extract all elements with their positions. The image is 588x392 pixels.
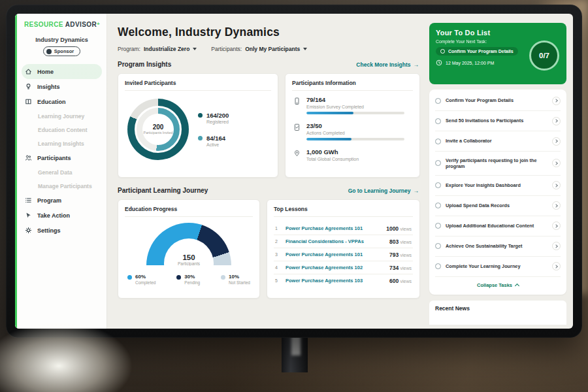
lesson-views: 600 views [389, 278, 412, 284]
info-row-actions: 23/50 Actions Completed [293, 122, 413, 140]
program-select[interactable]: Program: Industrialize Zero [118, 46, 197, 52]
list-icon [25, 197, 32, 204]
task-row-upload-spend-data[interactable]: Upload Spend Data Records [435, 196, 561, 216]
lesson-link[interactable]: Power Purchase Agreements 103 [286, 278, 384, 284]
learning-cards-row: Education Progress 150 Participants [118, 199, 420, 299]
info-label: Total Global Consumption [306, 157, 359, 161]
task-checkbox[interactable] [435, 139, 441, 144]
info-row-consumption: 1,000 GWh Total Global Consumption [293, 148, 413, 164]
nav-label: Program [37, 197, 61, 204]
education-progress-card: Education Progress 150 Participants [118, 199, 260, 299]
lesson-row: 4 Power Purchase Agreements 102 734 view… [274, 261, 413, 274]
sidebar-item-learning-insights[interactable]: Learning Insights [17, 137, 106, 150]
arrow-right-icon: → [414, 188, 419, 194]
next-task-label: Confirm Your Program Details [448, 49, 514, 54]
task-checkbox[interactable] [435, 243, 441, 249]
collapse-label: Collapse Tasks [477, 282, 512, 288]
participants-select[interactable]: Participants: Only My Participants [211, 46, 307, 52]
task-checkbox[interactable] [435, 263, 441, 269]
gauge-center-value: 150 [146, 253, 231, 261]
nav-label: Take Action [37, 212, 70, 219]
task-label: Verify participants requesting to join t… [446, 157, 547, 170]
task-checkbox[interactable] [435, 118, 441, 124]
info-label: Actions Completed [306, 131, 404, 135]
invited-participants-card: Invited Participants 200 Participants In… [118, 73, 278, 178]
lesson-rank: 2 [275, 239, 280, 244]
sidebar-item-home[interactable]: Home [22, 64, 102, 79]
task-row-invite-collaborator[interactable]: Invite a Collaborator [435, 131, 561, 152]
task-row-send-invitations[interactable]: Send 50 Invitations to Participants [435, 111, 561, 131]
legend-registered: 164/200 Registered [198, 112, 229, 124]
task-row-confirm-details[interactable]: Confirm Your Program Details [435, 91, 561, 111]
task-label: Upload Spend Data Records [446, 203, 547, 208]
app-logo[interactable]: RESOURCE ADVISOR+ [17, 21, 106, 28]
participants-value: Only My Participants [245, 46, 300, 52]
participants-information-card: Participants Information 79/164 Emission… [285, 73, 420, 178]
sponsor-badge[interactable]: Sponsor [43, 46, 80, 56]
chevron-down-icon [303, 48, 307, 50]
info-row-survey: 79/164 Emission Survey Completed [293, 96, 413, 114]
collapse-tasks-link[interactable]: Collapse Tasks [435, 277, 561, 293]
task-checkbox[interactable] [435, 160, 441, 166]
task-checkbox[interactable] [435, 182, 441, 188]
task-row-upload-educational-content[interactable]: Upload Additional Educational Content [435, 216, 561, 237]
go-to-learning-journey-link[interactable]: Go to Learning Journey → [348, 188, 419, 194]
sidebar-item-settings[interactable]: Settings [17, 223, 106, 238]
legend-dot [221, 275, 225, 280]
card-title: Participants Information [292, 80, 413, 91]
task-label: Complete Your Learning Journey [446, 263, 547, 269]
legend-value: 30% [184, 274, 200, 280]
sidebar-item-program[interactable]: Program [17, 193, 106, 208]
task-checkbox[interactable] [435, 223, 441, 229]
scene: RESOURCE ADVISOR+ Industry Dynamics Spon… [0, 0, 588, 392]
lesson-link[interactable]: Power Purchase Agreements 102 [286, 265, 384, 270]
lesson-row: 5 Power Purchase Agreements 103 600 view… [274, 274, 413, 287]
tasks-list-card: Confirm Your Program Details Send 50 Inv… [429, 90, 566, 295]
bulb-icon [25, 83, 32, 90]
chevron-right-icon [552, 242, 561, 250]
gear-icon [25, 227, 32, 234]
monitor: RESOURCE ADVISOR+ Industry Dynamics Spon… [6, 5, 582, 338]
lesson-link[interactable]: Financial Considerations - VPPAs [286, 238, 384, 244]
info-value: 79/164 [306, 96, 404, 103]
task-row-sustainability-target[interactable]: Achieve One Sustainability Target [435, 237, 561, 257]
next-task-chip[interactable]: Confirm Your Program Details [436, 47, 518, 56]
insights-cards-row: Invited Participants 200 Participants In… [118, 73, 420, 178]
participants-label: Participants: [211, 46, 242, 52]
task-checkbox[interactable] [435, 98, 441, 104]
progress-bar [306, 138, 404, 140]
donut-center-label: Participants Invited [144, 131, 173, 135]
sidebar-item-take-action[interactable]: Take Action [17, 208, 106, 223]
sidebar-item-education-content[interactable]: Education Content [17, 123, 106, 137]
todo-title: Your To Do List [436, 29, 560, 37]
sidebar-item-participants[interactable]: Participants [17, 150, 106, 165]
legend-completed: 60% Completed [127, 274, 155, 285]
chevron-right-icon [552, 262, 561, 270]
arrow-right-icon: → [414, 61, 419, 68]
sidebar-item-learning-journey[interactable]: Learning Journey [17, 109, 106, 123]
task-row-complete-learning-journey[interactable]: Complete Your Learning Journey [435, 257, 561, 277]
program-insights-header: Program Insights Check More Insights → [118, 61, 419, 68]
link-label: Go to Learning Journey [348, 188, 411, 194]
sidebar-item-general-data[interactable]: General Data [17, 165, 106, 179]
donut-legend: 164/200 Registered 84/164 Active [198, 112, 229, 147]
pin-icon [293, 148, 301, 164]
lesson-link[interactable]: Power Purchase Agreements 101 [286, 252, 384, 257]
program-label: Program: [118, 46, 140, 52]
lesson-views: 803 views [389, 238, 412, 245]
checklist-icon [293, 122, 301, 140]
task-row-explore-insights[interactable]: Explore Your Insights Dashboard [435, 176, 561, 196]
lesson-rank: 5 [275, 278, 280, 283]
sidebar-item-education[interactable]: Education [17, 94, 106, 109]
task-label: Send 50 Invitations to Participants [446, 118, 547, 123]
task-row-verify-participants[interactable]: Verify participants requesting to join t… [435, 152, 561, 176]
lesson-link[interactable]: Power Purchase Agreements 101 [286, 225, 381, 231]
legend-label: Active [206, 142, 225, 147]
chevron-right-icon [552, 97, 561, 105]
book-icon [25, 98, 32, 105]
legend-dot [198, 113, 203, 118]
sidebar-item-insights[interactable]: Insights [17, 79, 106, 94]
check-more-insights-link[interactable]: Check More Insights → [356, 61, 419, 68]
sidebar-item-manage-participants[interactable]: Manage Participants [17, 179, 106, 193]
task-checkbox[interactable] [435, 203, 441, 208]
